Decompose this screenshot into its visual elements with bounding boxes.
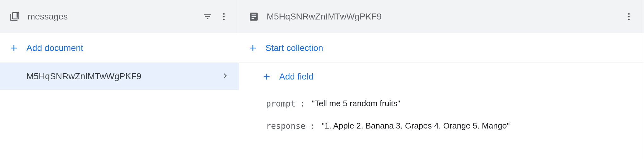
field-row[interactable]: prompt: "Tell me 5 random fruits" bbox=[239, 95, 644, 112]
field-list: prompt: "Tell me 5 random fruits" respon… bbox=[239, 90, 644, 134]
add-document-label: Add document bbox=[26, 43, 83, 53]
svg-point-6 bbox=[628, 13, 630, 14]
svg-point-7 bbox=[628, 16, 630, 17]
add-field-button[interactable]: Add field bbox=[239, 63, 644, 90]
field-row[interactable]: response: "1. Apple 2. Banana 3. Grapes … bbox=[239, 117, 644, 134]
svg-point-1 bbox=[223, 16, 225, 17]
field-colon: : bbox=[310, 121, 315, 131]
filter-icon[interactable] bbox=[202, 11, 214, 23]
svg-point-8 bbox=[628, 19, 630, 20]
document-icon bbox=[248, 11, 260, 23]
field-value: "Tell me 5 random fruits" bbox=[312, 99, 400, 108]
chevron-right-icon bbox=[220, 71, 230, 82]
add-field-label: Add field bbox=[279, 72, 314, 82]
collection-icon bbox=[9, 11, 21, 23]
svg-point-0 bbox=[223, 13, 225, 14]
collection-panel: messages Add documen bbox=[0, 0, 239, 159]
collection-title: messages bbox=[28, 12, 195, 22]
document-title: M5HqSNRwZnIMTwWgPKF9 bbox=[267, 12, 616, 22]
document-id-label: M5HqSNRwZnIMTwWgPKF9 bbox=[26, 71, 220, 81]
field-key: prompt bbox=[266, 99, 296, 108]
more-vert-icon[interactable] bbox=[623, 11, 635, 23]
field-value: "1. Apple 2. Banana 3. Grapes 4. Orange … bbox=[322, 121, 510, 131]
svg-rect-5 bbox=[252, 18, 254, 19]
field-colon: : bbox=[300, 99, 305, 108]
plus-icon bbox=[248, 43, 258, 53]
start-collection-button[interactable]: Start collection bbox=[239, 33, 644, 63]
field-key: response bbox=[266, 121, 305, 131]
document-list: M5HqSNRwZnIMTwWgPKF9 bbox=[0, 63, 239, 159]
svg-rect-3 bbox=[252, 14, 256, 15]
more-vert-icon[interactable] bbox=[218, 11, 230, 23]
document-panel: M5HqSNRwZnIMTwWgPKF9 Start collection bbox=[239, 0, 644, 159]
add-document-button[interactable]: Add document bbox=[0, 33, 239, 63]
plus-icon bbox=[262, 72, 272, 82]
svg-point-2 bbox=[223, 19, 225, 20]
plus-icon bbox=[9, 43, 19, 53]
collection-header: messages bbox=[0, 0, 239, 33]
document-header-actions bbox=[623, 11, 635, 23]
collection-header-actions bbox=[202, 11, 230, 23]
svg-rect-4 bbox=[252, 16, 256, 17]
document-header: M5HqSNRwZnIMTwWgPKF9 bbox=[239, 0, 644, 33]
start-collection-label: Start collection bbox=[265, 43, 323, 53]
document-list-item[interactable]: M5HqSNRwZnIMTwWgPKF9 bbox=[0, 63, 239, 90]
